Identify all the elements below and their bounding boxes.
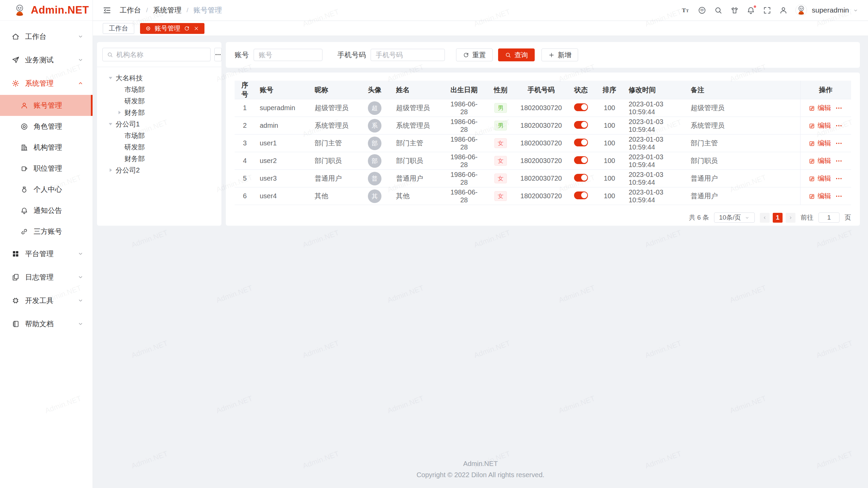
user-outline-icon[interactable] xyxy=(779,6,788,15)
column-header: 排序 xyxy=(595,81,624,99)
query-button[interactable]: 查询 xyxy=(498,48,535,61)
row-more-button[interactable] xyxy=(835,157,843,165)
add-button[interactable]: 新增 xyxy=(541,48,578,61)
table-cell: 5 xyxy=(235,170,255,187)
org-search-input[interactable] xyxy=(116,51,206,59)
column-header: 姓名 xyxy=(391,81,442,99)
sidebar-item[interactable]: 工作台 xyxy=(0,25,93,48)
edit-button[interactable]: 编辑 xyxy=(809,121,831,130)
edit-button[interactable]: 编辑 xyxy=(809,191,831,201)
caret-down-icon[interactable] xyxy=(107,75,114,81)
sidebar-subitem[interactable]: 机构管理 xyxy=(0,137,93,158)
sidebar-subitem[interactable]: 职位管理 xyxy=(0,158,93,179)
tab-account-management[interactable]: 账号管理 xyxy=(140,23,204,34)
sidebar-item[interactable]: 平台管理 xyxy=(0,242,93,265)
breadcrumb-item[interactable]: 系统管理 xyxy=(153,5,181,15)
prev-page-button[interactable] xyxy=(760,213,770,223)
sidebar-item[interactable]: 帮助文档 xyxy=(0,312,93,336)
sidebar-subitem[interactable]: 三方账号 xyxy=(0,221,93,242)
bell-icon xyxy=(20,207,28,215)
tree-node[interactable]: 分公司2 xyxy=(102,164,216,176)
sidebar-subitem[interactable]: 角色管理 xyxy=(0,116,93,137)
notification-bell-icon[interactable] xyxy=(747,6,755,15)
org-more-button[interactable] xyxy=(214,48,222,61)
org-tree-panel: 大名科技市场部研发部财务部分公司1市场部研发部财务部分公司2 xyxy=(97,42,221,226)
table-row[interactable]: 4user2部门职员部部门职员1986-06-28女18020030720100… xyxy=(235,152,851,170)
status-toggle[interactable] xyxy=(574,103,588,111)
account-filter-input[interactable] xyxy=(254,49,322,61)
table-cell: 系统管理员 xyxy=(310,117,358,135)
tree-node[interactable]: 分公司1 xyxy=(102,118,216,130)
sidebar-item[interactable]: 日志管理 xyxy=(0,265,93,289)
tree-node[interactable]: 市场部 xyxy=(102,130,216,141)
table-row[interactable]: 2admin系统管理员系系统管理员1986-06-28男180200307201… xyxy=(235,117,851,135)
font-size-icon[interactable]: TT xyxy=(682,6,690,15)
status-toggle[interactable] xyxy=(574,121,588,129)
tree-node[interactable]: 市场部 xyxy=(102,84,216,95)
table-row[interactable]: 3user1部门主管部部门主管1986-06-28女18020030720100… xyxy=(235,135,851,152)
table-row[interactable]: 5user3普通用户普普通用户1986-06-28女18020030720100… xyxy=(235,170,851,187)
table-cell: user4 xyxy=(255,187,310,205)
tab-close-icon[interactable] xyxy=(193,25,199,32)
sidebar-item[interactable]: 系统管理 xyxy=(0,72,93,95)
edit-button[interactable]: 编辑 xyxy=(809,156,831,165)
tree-node[interactable]: 财务部 xyxy=(102,107,216,118)
caret-right-icon[interactable] xyxy=(107,167,114,174)
table-cell: 1986-06-28 xyxy=(442,187,486,205)
row-more-button[interactable] xyxy=(835,140,843,147)
tree-node[interactable]: 研发部 xyxy=(102,141,216,153)
row-more-button[interactable] xyxy=(835,122,843,129)
sidebar-item[interactable]: 开发工具 xyxy=(0,289,93,312)
theme-icon[interactable] xyxy=(730,6,739,15)
chevron-down-icon xyxy=(77,57,84,63)
table-cell: 1986-06-28 xyxy=(442,135,486,152)
username[interactable]: superadmin xyxy=(812,6,849,14)
position-icon xyxy=(20,165,28,172)
next-page-button[interactable] xyxy=(786,213,795,223)
tab-workbench[interactable]: 工作台 xyxy=(103,23,134,34)
tree-node[interactable]: 财务部 xyxy=(102,153,216,164)
tab-refresh-icon[interactable] xyxy=(184,25,190,32)
sidebar-item-label: 帮助文档 xyxy=(25,319,77,329)
breadcrumb-item[interactable]: 工作台 xyxy=(120,5,141,15)
status-toggle[interactable] xyxy=(574,174,588,182)
reset-button[interactable]: 重置 xyxy=(456,48,493,61)
status-toggle[interactable] xyxy=(574,139,588,146)
goto-page-input[interactable] xyxy=(818,212,840,223)
tree-node-label: 研发部 xyxy=(124,143,145,152)
row-more-button[interactable] xyxy=(835,175,843,182)
language-icon[interactable]: 中 xyxy=(698,6,706,15)
tree-node[interactable]: 研发部 xyxy=(102,95,216,107)
caret-right-icon[interactable] xyxy=(116,109,123,116)
menu-fold-icon[interactable] xyxy=(102,6,112,15)
phone-filter-input[interactable] xyxy=(371,49,445,61)
edit-button[interactable]: 编辑 xyxy=(809,174,831,183)
status-toggle[interactable] xyxy=(574,156,588,164)
sidebar-subitem[interactable]: 个人中心 xyxy=(0,179,93,200)
table-row[interactable]: 1superadmin超级管理员超超级管理员1986-06-28男1802003… xyxy=(235,99,851,117)
fullscreen-icon[interactable] xyxy=(763,6,771,15)
accounts-table: 序号账号昵称头像姓名出生日期性别手机号码状态排序修改时间备注操作 1supera… xyxy=(235,81,851,205)
link-icon xyxy=(20,228,28,236)
user-avatar[interactable] xyxy=(795,4,807,16)
sidebar-subitem[interactable]: 账号管理 xyxy=(0,95,93,116)
tree-node-label: 财务部 xyxy=(124,154,145,163)
row-more-button[interactable] xyxy=(835,104,843,112)
edit-button[interactable]: 编辑 xyxy=(809,103,831,113)
table-row[interactable]: 6user4其他其其他1986-06-28女180200307201002023… xyxy=(235,187,851,205)
sidebar-menu: 工作台业务测试系统管理账号管理角色管理机构管理职位管理个人中心通知公告三方账号平… xyxy=(0,21,93,336)
edit-button[interactable]: 编辑 xyxy=(809,139,831,148)
caret-down-icon[interactable] xyxy=(107,121,114,127)
row-more-button[interactable] xyxy=(835,192,843,200)
search-icon[interactable] xyxy=(714,6,723,15)
app-logo[interactable]: Admin.NET xyxy=(0,0,93,21)
table-cell xyxy=(567,187,595,205)
page-size-select[interactable]: 10条/页 xyxy=(714,212,755,223)
svg-text:T: T xyxy=(686,9,689,13)
chevron-down-icon[interactable] xyxy=(853,7,859,13)
sidebar-item[interactable]: 业务测试 xyxy=(0,48,93,72)
tree-node[interactable]: 大名科技 xyxy=(102,72,216,84)
current-page-button[interactable]: 1 xyxy=(773,213,783,223)
sidebar-subitem[interactable]: 通知公告 xyxy=(0,200,93,221)
status-toggle[interactable] xyxy=(574,191,588,199)
